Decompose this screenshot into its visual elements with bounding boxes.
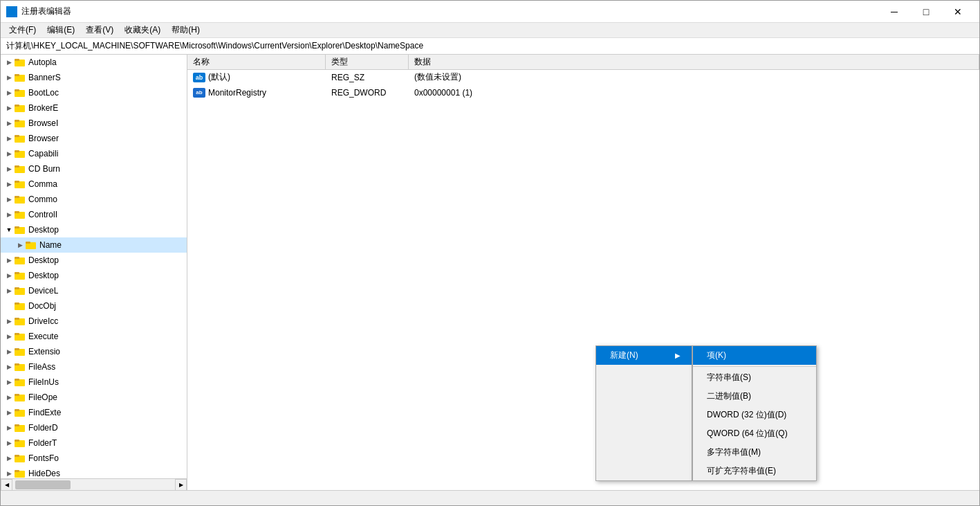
tree-item-docobj[interactable]: ▶ DocObj [1,298,187,314]
tree-item-autoplay[interactable]: ▶ Autopla [1,55,187,70]
submenu-item-expandstr[interactable]: 可扩充字符串值(E) [693,462,816,480]
submenu-item-key[interactable]: 项(K) [693,346,816,365]
tree-item-devicel[interactable]: ▶ DeviceL [1,283,187,298]
tree-label: Browser [28,134,59,143]
close-button[interactable]: ✕ [942,1,974,23]
expander-icon[interactable]: ▶ [3,255,15,266]
tree-item-cdburn[interactable]: ▶ CD Burn [1,161,187,177]
menu-file[interactable]: 文件(F) [3,23,41,37]
expander-icon[interactable]: ▶ [3,209,15,220]
expander-icon[interactable]: ▶ [3,377,15,388]
expander-icon[interactable]: ▶ [3,102,15,114]
ctx-item-new[interactable]: 新建(N) ▶ [596,346,692,365]
submenu-item-qword[interactable]: QWORD (64 位)值(Q) [693,424,816,443]
expander-icon[interactable]: ▶ [3,270,15,281]
expander-icon[interactable]: ▶ [3,437,15,449]
tree-item-folderd[interactable]: ▶ FolderD [1,420,187,435]
scroll-left-arrow[interactable]: ◀ [1,479,12,491]
scroll-track[interactable] [12,479,175,491]
reg-icon-dword: ab [193,88,205,98]
tree-panel: ▶ Autopla ▶ BannerS ▶ [1,55,187,490]
menu-help[interactable]: 帮助(H) [166,23,205,37]
scroll-thumb[interactable] [15,480,71,489]
svg-rect-1 [12,8,16,11]
tree-item-fileope[interactable]: ▶ FileOpe [1,390,187,405]
col-header-name[interactable]: 名称 [187,55,326,69]
folder-icon [15,469,26,478]
expander-icon[interactable]: ▶ [3,346,15,357]
tree-item-fileass[interactable]: ▶ FileAss [1,359,187,374]
tree-item-commo[interactable]: ▶ Commo [1,192,187,207]
expander-icon[interactable]: ▶ [3,316,15,327]
tree-item-desktop3[interactable]: ▶ Desktop [1,268,187,283]
tree-item-execute[interactable]: ▶ Execute [1,329,187,344]
tree-label: Desktop [28,225,59,235]
expander-icon[interactable]: ▶ [3,392,15,403]
menu-view[interactable]: 查看(V) [80,23,119,37]
tree-label: FileInUs [28,377,59,387]
tree-item-banners[interactable]: ▶ BannerS [1,70,187,85]
tree-item-fileinuse[interactable]: ▶ FileInUs [1,374,187,390]
tree-label: Execute [28,332,58,341]
expander-icon[interactable]: ▶ [3,133,15,144]
expander-icon[interactable]: ▶ [3,453,15,464]
expander-icon[interactable]: ▶ [3,179,15,190]
tree-scroll[interactable]: ▶ Autopla ▶ BannerS ▶ [1,55,187,478]
col-header-type[interactable]: 类型 [326,55,409,69]
tree-item-browser[interactable]: ▶ Browser [1,131,187,146]
tree-item-capabili[interactable]: ▶ Capabili [1,146,187,161]
tree-label: Commo [28,195,57,204]
tree-item-controli[interactable]: ▶ ControlI [1,207,187,222]
col-header-data[interactable]: 数据 [409,55,979,69]
svg-rect-19 [15,165,19,168]
registry-row-default[interactable]: ab (默认) REG_SZ (数值未设置) [187,70,979,85]
expander-icon[interactable]: ▶ [3,118,15,129]
expander-icon[interactable]: ▶ [3,148,15,159]
submenu-item-dword[interactable]: DWORD (32 位)值(D) [693,406,816,424]
menu-favorites[interactable]: 收藏夹(A) [119,23,166,37]
scroll-right-arrow[interactable]: ▶ [175,479,187,491]
context-menu: 新建(N) ▶ [595,345,692,481]
expander-icon[interactable]: ▶ [3,407,15,418]
expander-icon[interactable]: ▶ [3,285,15,296]
expander-icon[interactable]: ▶ [3,331,15,342]
expander-icon[interactable]: ▶ [3,163,15,174]
expander-icon[interactable]: ▶ [3,72,15,83]
submenu-item-string[interactable]: 字符串值(S) [693,368,816,387]
minimize-button[interactable]: ─ [878,1,910,23]
expander-icon[interactable]: ▶ [15,240,26,251]
svg-rect-23 [15,196,19,198]
expander-icon[interactable]: ▶ [3,194,15,205]
expander-icon[interactable]: ▶ [3,361,15,372]
tree-item-bootloc[interactable]: ▶ BootLoc [1,85,187,100]
expander-icon[interactable]: ▶ [3,87,15,98]
expander-icon[interactable]: ▶ [3,422,15,433]
menu-edit[interactable]: 编辑(E) [41,23,80,37]
expander-icon[interactable]: ▶ [3,57,15,68]
reg-icon-ab: ab [193,73,205,82]
tree-item-browsei[interactable]: ▶ BrowseI [1,116,187,131]
tree-label: FolderD [28,423,58,433]
tree-item-findexte[interactable]: ▶ FindExte [1,405,187,420]
svg-rect-41 [15,333,19,335]
expander-icon[interactable]: ▶ [3,468,15,478]
svg-rect-11 [15,105,19,107]
tree-item-driveicc[interactable]: ▶ DriveIcc [1,314,187,329]
maximize-button[interactable]: □ [910,1,942,23]
submenu-item-multistr[interactable]: 多字符串值(M) [693,443,816,462]
tree-item-hidedes[interactable]: ▶ HideDes [1,466,187,478]
tree-item-brokere[interactable]: ▶ BrokerE [1,100,187,116]
tree-label: CD Burn [28,164,60,174]
tree-item-extensio[interactable]: ▶ Extensio [1,344,187,359]
tree-item-foldert[interactable]: ▶ FolderT [1,435,187,451]
expander-icon[interactable]: ▼ [3,224,15,235]
svg-rect-35 [15,287,19,289]
submenu-item-binary[interactable]: 二进制值(B) [693,387,816,406]
tree-item-fontsfo[interactable]: ▶ FontsFo [1,451,187,466]
tree-item-namespace[interactable]: ▶ Name [1,237,187,253]
tree-item-comma[interactable]: ▶ Comma [1,177,187,192]
tree-label: BootLoc [28,88,59,98]
tree-item-desktop2[interactable]: ▶ Desktop [1,253,187,268]
tree-item-desktop[interactable]: ▼ Desktop [1,222,187,237]
registry-row-monitor[interactable]: ab MonitorRegistry REG_DWORD 0x00000001 … [187,85,979,100]
